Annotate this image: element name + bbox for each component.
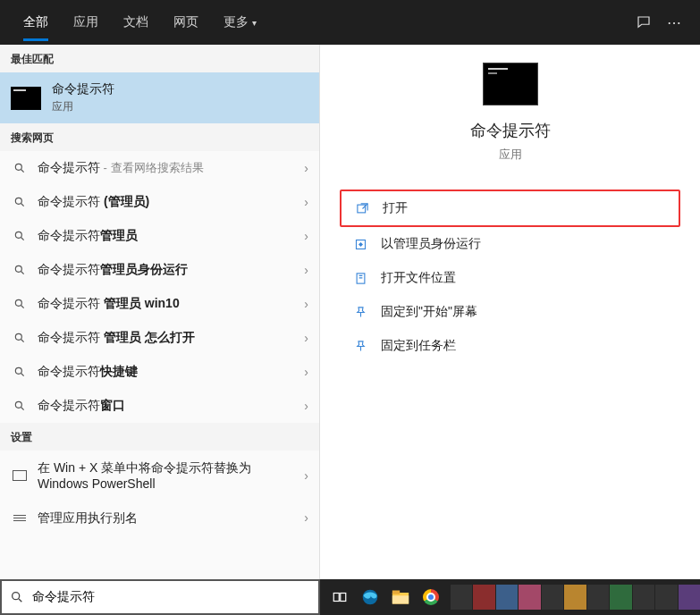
svg-rect-13	[341, 594, 346, 602]
action-pin-taskbar-label: 固定到任务栏	[381, 338, 456, 354]
preview-panel: 命令提示符 应用 打开 以管理员身份运行 打开文件位置	[320, 45, 700, 579]
chevron-right-icon: ›	[299, 229, 308, 243]
web-result-item[interactable]: 命令提示符管理员身份运行 ›	[0, 253, 319, 287]
search-icon	[11, 162, 29, 174]
best-match-sub: 应用	[52, 99, 114, 114]
web-result-item[interactable]: 命令提示符管理员 ›	[0, 219, 319, 253]
task-view-icon[interactable]	[325, 583, 354, 611]
chrome-icon[interactable]	[417, 583, 445, 611]
web-result-item[interactable]: 命令提示符快捷键 ›	[0, 355, 319, 389]
tab-all[interactable]: 全部	[11, 0, 61, 45]
chevron-right-icon: ›	[299, 468, 308, 483]
action-run-admin[interactable]: 以管理员身份运行	[340, 227, 680, 261]
web-result-item[interactable]: 命令提示符 (管理员) ›	[0, 185, 319, 219]
web-result-label: 命令提示符管理员身份运行	[38, 262, 299, 278]
svg-rect-17	[392, 595, 409, 603]
folder-icon	[350, 272, 370, 285]
preview-sub: 应用	[499, 147, 522, 163]
svg-rect-12	[333, 594, 339, 602]
svg-rect-10	[357, 273, 365, 282]
preview-title: 命令提示符	[470, 120, 551, 141]
tab-more-label: 更多	[223, 14, 249, 30]
settings-item-icon	[11, 513, 29, 523]
action-open[interactable]: 打开	[340, 190, 680, 227]
search-icon	[11, 332, 29, 344]
file-explorer-icon[interactable]	[386, 583, 415, 611]
best-match-header: 最佳匹配	[0, 45, 319, 72]
svg-point-5	[15, 333, 21, 340]
search-icon	[11, 366, 29, 378]
search-box[interactable]	[0, 579, 320, 615]
action-pin-start-label: 固定到"开始"屏幕	[381, 304, 477, 320]
best-match-title: 命令提示符	[52, 81, 114, 97]
svg-rect-16	[392, 591, 400, 594]
web-result-label: 命令提示符 管理员 win10	[38, 296, 299, 312]
more-options-icon[interactable]: ⋯	[659, 7, 689, 38]
web-search-header: 搜索网页	[0, 123, 319, 151]
search-tab-bar: 全部 应用 文档 网页 更多 ▾ ⋯	[0, 0, 700, 45]
taskbar-apps	[451, 585, 700, 610]
svg-point-4	[15, 299, 21, 306]
tab-web[interactable]: 网页	[161, 0, 211, 45]
shield-icon	[350, 238, 370, 251]
web-result-item[interactable]: 命令提示符 管理员 win10 ›	[0, 287, 319, 321]
cmd-thumb-icon	[11, 87, 41, 110]
web-result-label: 命令提示符 (管理员)	[38, 194, 299, 210]
chevron-right-icon: ›	[299, 399, 308, 413]
best-match-item[interactable]: 命令提示符 应用	[0, 72, 319, 123]
action-pin-taskbar[interactable]: 固定到任务栏	[340, 329, 680, 363]
settings-item[interactable]: 在 Win + X 菜单中将命令提示符替换为 Windows PowerShel…	[0, 451, 319, 501]
edge-icon[interactable]	[356, 583, 384, 611]
taskbar	[320, 579, 700, 615]
settings-item[interactable]: 管理应用执行别名 ›	[0, 501, 319, 535]
svg-rect-8	[357, 205, 365, 213]
search-icon	[2, 590, 32, 604]
pin-icon	[350, 340, 370, 353]
app-preview-icon	[483, 63, 538, 105]
search-icon	[11, 196, 29, 208]
action-run-admin-label: 以管理员身份运行	[381, 236, 481, 252]
svg-point-3	[15, 265, 21, 272]
settings-header: 设置	[0, 423, 319, 451]
search-input[interactable]	[32, 583, 318, 611]
web-result-label: 命令提示符 - 查看网络搜索结果	[38, 160, 299, 176]
action-open-location[interactable]: 打开文件位置	[340, 261, 680, 295]
pin-icon	[350, 306, 370, 319]
chevron-right-icon: ›	[299, 331, 308, 345]
svg-point-11	[13, 593, 20, 600]
web-result-label: 命令提示符 管理员 怎么打开	[38, 330, 299, 346]
results-panel: 最佳匹配 命令提示符 应用 搜索网页 命令提示符 - 查看网络搜索结果 › 命令…	[0, 45, 320, 579]
bottom-bar	[0, 579, 700, 615]
svg-point-1	[15, 198, 21, 204]
open-icon	[352, 202, 372, 215]
chevron-right-icon: ›	[299, 263, 308, 277]
web-result-item[interactable]: 命令提示符 - 查看网络搜索结果 ›	[0, 151, 319, 185]
tab-docs[interactable]: 文档	[111, 0, 161, 45]
tab-apps[interactable]: 应用	[61, 0, 111, 45]
feedback-icon[interactable]	[628, 7, 659, 38]
web-result-label: 命令提示符快捷键	[38, 364, 299, 380]
action-pin-start[interactable]: 固定到"开始"屏幕	[340, 295, 680, 329]
chevron-right-icon: ›	[299, 195, 308, 209]
settings-item-label: 在 Win + X 菜单中将命令提示符替换为 Windows PowerShel…	[38, 459, 299, 492]
svg-point-7	[15, 401, 21, 408]
chevron-right-icon: ›	[299, 365, 308, 379]
action-open-location-label: 打开文件位置	[381, 270, 456, 286]
svg-point-0	[15, 164, 21, 170]
chevron-down-icon: ▾	[252, 18, 257, 28]
chevron-right-icon: ›	[299, 510, 308, 525]
search-icon	[11, 230, 29, 242]
search-icon	[11, 264, 29, 276]
tab-more[interactable]: 更多 ▾	[211, 0, 269, 45]
web-result-item[interactable]: 命令提示符窗口 ›	[0, 389, 319, 423]
svg-point-2	[15, 232, 21, 238]
search-icon	[11, 298, 29, 310]
web-result-item[interactable]: 命令提示符 管理员 怎么打开 ›	[0, 321, 319, 355]
web-result-label: 命令提示符窗口	[38, 398, 299, 414]
svg-point-6	[15, 367, 21, 374]
settings-item-label: 管理应用执行别名	[38, 510, 299, 526]
action-open-label: 打开	[383, 200, 408, 216]
web-result-label: 命令提示符管理员	[38, 228, 299, 244]
search-icon	[11, 400, 29, 412]
chevron-right-icon: ›	[299, 161, 308, 175]
